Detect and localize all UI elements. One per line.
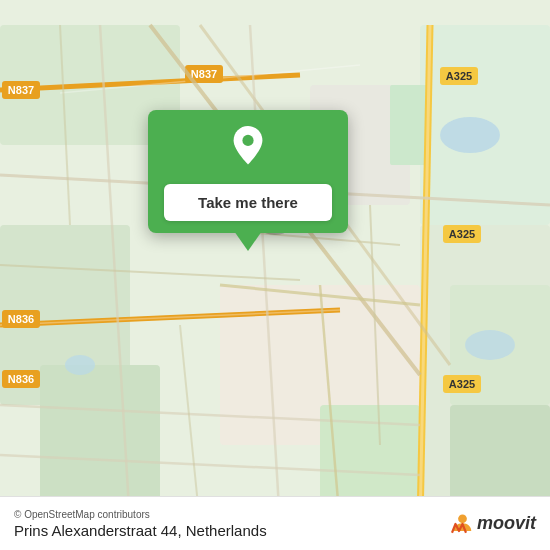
svg-text:A325: A325 bbox=[449, 228, 475, 240]
svg-text:N837: N837 bbox=[191, 68, 217, 80]
svg-text:N837: N837 bbox=[8, 84, 34, 96]
svg-text:A325: A325 bbox=[449, 378, 475, 390]
svg-point-52 bbox=[458, 514, 467, 523]
moovit-logo: moovit bbox=[445, 510, 536, 538]
bottom-bar: © OpenStreetMap contributors Prins Alexa… bbox=[0, 496, 550, 550]
svg-point-14 bbox=[65, 355, 95, 375]
svg-text:N836: N836 bbox=[8, 313, 34, 325]
take-me-there-button[interactable]: Take me there bbox=[164, 184, 332, 221]
address-text: Prins Alexanderstraat 44, Netherlands bbox=[14, 522, 267, 539]
svg-text:N836: N836 bbox=[8, 373, 34, 385]
moovit-brand-icon bbox=[445, 510, 473, 538]
svg-point-51 bbox=[242, 135, 253, 146]
bottom-left-info: © OpenStreetMap contributors Prins Alexa… bbox=[14, 509, 267, 539]
svg-text:A325: A325 bbox=[446, 70, 472, 82]
osm-credit: © OpenStreetMap contributors bbox=[14, 509, 267, 520]
svg-point-13 bbox=[465, 330, 515, 360]
map-container: A325 A325 A325 N837 N837 N836 N836 bbox=[0, 0, 550, 550]
map-svg: A325 A325 A325 N837 N837 N836 N836 bbox=[0, 0, 550, 550]
location-pin-icon bbox=[224, 126, 272, 174]
svg-point-12 bbox=[440, 117, 500, 153]
moovit-text: moovit bbox=[477, 513, 536, 534]
popup-card: Take me there bbox=[148, 110, 348, 233]
